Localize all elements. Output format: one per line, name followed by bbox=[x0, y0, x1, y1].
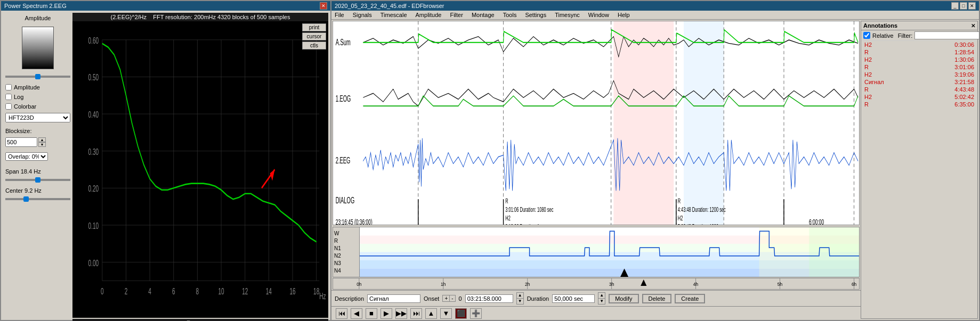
eeg-view[interactable]: A.Sum 1.EOG 2.EEG DIALOG bbox=[333, 21, 860, 225]
ann-item-0[interactable]: Н2 0:30:06 bbox=[861, 41, 977, 48]
blocksize-up[interactable]: ▲ bbox=[38, 137, 46, 142]
colorbar-checkbox[interactable] bbox=[5, 103, 12, 110]
svg-text:0.30: 0.30 bbox=[88, 147, 99, 157]
onset-plus-btn[interactable]: + bbox=[443, 295, 450, 301]
maximize-button[interactable]: □ bbox=[960, 2, 967, 10]
ann-time-1: 1:28:54 bbox=[954, 49, 974, 55]
signals-area: A.Sum 1.EOG 2.EEG DIALOG bbox=[331, 20, 861, 320]
ann-item-6[interactable]: R 4:43:48 bbox=[861, 86, 977, 93]
amplitude-slider[interactable] bbox=[5, 76, 70, 78]
svg-text:0.10: 0.10 bbox=[88, 221, 99, 231]
down-button[interactable]: ▼ bbox=[440, 308, 452, 319]
onset-minus-btn[interactable]: - bbox=[450, 295, 455, 301]
print-button[interactable]: print bbox=[302, 23, 326, 31]
create-button[interactable]: Create bbox=[675, 294, 705, 303]
menu-tools[interactable]: Tools bbox=[502, 11, 518, 19]
span-slider[interactable] bbox=[5, 179, 70, 181]
svg-text:10: 10 bbox=[218, 287, 224, 297]
svg-rect-41 bbox=[684, 21, 724, 225]
svg-text:2: 2 bbox=[125, 287, 128, 297]
svg-rect-80 bbox=[809, 227, 859, 277]
up-button[interactable]: ▲ bbox=[425, 308, 437, 319]
ann-item-2[interactable]: Н2 1:30:06 bbox=[861, 56, 977, 63]
ann-desc-8: R bbox=[864, 101, 869, 108]
play-button[interactable]: ▶ bbox=[380, 308, 392, 319]
svg-text:3:19:06 Duration: 1 sec: 3:19:06 Duration: 1 sec bbox=[505, 223, 547, 225]
ann-item-5[interactable]: Сигнал 3:21:58 bbox=[861, 78, 977, 86]
svg-text:12: 12 bbox=[242, 287, 248, 297]
blocksize-down[interactable]: ▼ bbox=[38, 142, 46, 147]
ann-time-7: 5:02:42 bbox=[954, 94, 974, 100]
log-checkbox[interactable] bbox=[5, 94, 12, 100]
blocksize-input[interactable]: 500 bbox=[5, 137, 37, 147]
menu-bar: File Signals Timescale Amplitude Filter … bbox=[331, 11, 979, 20]
ctls-button[interactable]: ctls bbox=[302, 42, 326, 50]
filter-input[interactable] bbox=[914, 31, 979, 39]
duration-spinner: ▲ ▼ bbox=[598, 292, 605, 304]
chart-title: (2.EEG)^2/Hz bbox=[111, 14, 147, 20]
onset-down[interactable]: ▼ bbox=[517, 299, 523, 304]
minimize-button[interactable]: _ bbox=[951, 2, 959, 10]
ann-item-7[interactable]: Н2 5:02:42 bbox=[861, 93, 977, 101]
description-input[interactable]: Сигнал bbox=[367, 294, 420, 303]
menu-help[interactable]: Help bbox=[617, 11, 631, 19]
duration-input[interactable]: 50,000 sec bbox=[552, 294, 595, 303]
left-close-button[interactable]: ✕ bbox=[320, 2, 327, 10]
hypno-n4: N4 bbox=[334, 268, 358, 274]
annotations-close-button[interactable]: ✕ bbox=[971, 23, 975, 29]
record-button[interactable]: ⬛ bbox=[455, 308, 467, 319]
menu-amplitude[interactable]: Amplitude bbox=[415, 11, 443, 19]
relative-checkbox[interactable] bbox=[863, 32, 870, 39]
menu-window[interactable]: Window bbox=[587, 11, 610, 19]
ann-desc-3: R bbox=[864, 64, 869, 70]
onset-time-input[interactable]: 03:21:58.000 bbox=[465, 294, 513, 303]
duration-down[interactable]: ▼ bbox=[598, 299, 605, 304]
menu-timesync[interactable]: Timesync bbox=[554, 11, 581, 19]
power-spectrum-panel: Power Spectrum 2.EEG ✕ Amplitude Amplitu… bbox=[0, 0, 331, 321]
duration-up[interactable]: ▲ bbox=[598, 293, 605, 299]
ann-item-3[interactable]: R 3:01:06 bbox=[861, 63, 977, 71]
svg-text:23:16:45 (0:36:00): 23:16:45 (0:36:00) bbox=[336, 218, 372, 225]
cursor-button[interactable]: cursor bbox=[302, 32, 326, 40]
center-slider[interactable] bbox=[5, 198, 70, 200]
close-button[interactable]: ✕ bbox=[968, 2, 976, 10]
filter-dropdown[interactable]: HFT223D bbox=[5, 113, 70, 122]
svg-text:DIALOG: DIALOG bbox=[336, 196, 355, 205]
menu-file[interactable]: File bbox=[334, 11, 345, 19]
onset-up[interactable]: ▲ bbox=[517, 293, 523, 299]
ann-item-8[interactable]: R 6:35:00 bbox=[861, 101, 977, 108]
annotation-edit-bar: Description Сигнал Onset + - 0 03:21:58.… bbox=[331, 290, 861, 306]
overlap-row: Overlap: 0% bbox=[5, 152, 70, 161]
right-title-buttons: _ □ ✕ bbox=[951, 2, 976, 10]
hypno-n3: N3 bbox=[334, 260, 358, 266]
edf-browser-panel: 2020_05_23_22_40_45.edf - EDFbrowser _ □… bbox=[331, 0, 980, 321]
relative-label: Relative bbox=[872, 32, 894, 39]
menu-filter[interactable]: Filter bbox=[449, 11, 464, 19]
prev-button[interactable]: ◀ bbox=[351, 308, 362, 319]
amplitude-checkbox[interactable] bbox=[5, 84, 12, 90]
menu-settings[interactable]: Settings bbox=[524, 11, 547, 19]
ann-item-1[interactable]: R 1:28:54 bbox=[861, 48, 977, 56]
skip-end-button[interactable]: ⏭ bbox=[410, 308, 422, 319]
fast-forward-button[interactable]: ▶▶ bbox=[395, 308, 407, 319]
add-button[interactable]: ➕ bbox=[470, 308, 482, 319]
menu-timescale[interactable]: Timescale bbox=[379, 11, 408, 19]
skip-start-button[interactable]: ⏮ bbox=[336, 308, 347, 319]
menu-montage[interactable]: Montage bbox=[471, 11, 496, 19]
svg-text:Hz: Hz bbox=[319, 292, 326, 301]
playback-bar: ⏮ ◀ ■ ▶ ▶▶ ⏭ ▲ ▼ ⬛ ➕ bbox=[331, 306, 861, 320]
ann-item-4[interactable]: Н2 3:19:06 bbox=[861, 71, 977, 78]
modify-button[interactable]: Modify bbox=[609, 294, 638, 303]
left-sidebar: Amplitude Amplitude Log Colorbar HFT223D… bbox=[3, 13, 72, 318]
svg-text:5:02:42 Duration: 1200 sec: 5:02:42 Duration: 1200 sec bbox=[678, 223, 726, 225]
stop-button[interactable]: ■ bbox=[366, 308, 377, 319]
colorbar-checkbox-row: Colorbar bbox=[5, 103, 70, 110]
hypno-svg bbox=[360, 227, 859, 277]
svg-text:4h: 4h bbox=[693, 282, 699, 287]
overlap-dropdown[interactable]: Overlap: 0% bbox=[5, 152, 48, 161]
svg-text:1.EOG: 1.EOG bbox=[336, 94, 351, 104]
menu-signals[interactable]: Signals bbox=[352, 11, 373, 19]
timeline-svg: 0h 1h 2h 3h 4h 5h 6h bbox=[333, 278, 859, 289]
ann-time-4: 3:19:06 bbox=[954, 71, 974, 78]
delete-button[interactable]: Delete bbox=[642, 294, 672, 303]
